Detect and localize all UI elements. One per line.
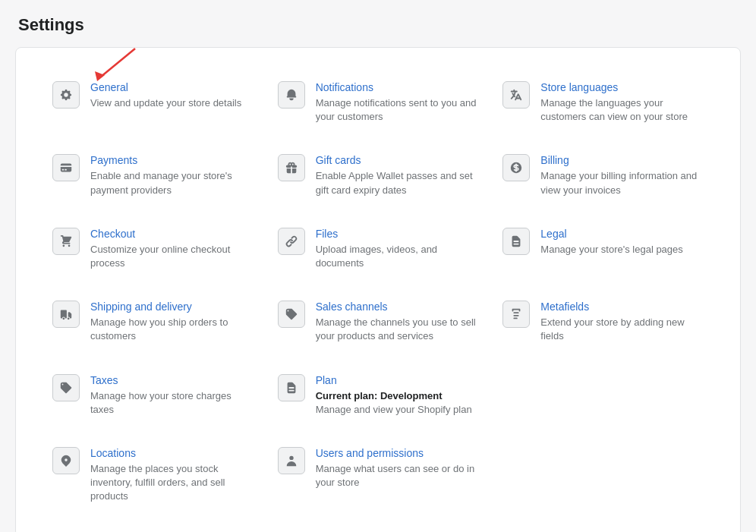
taxes-title[interactable]: Taxes bbox=[90, 374, 254, 386]
settings-card: GeneralView and update your store detail… bbox=[15, 47, 741, 532]
store-languages-desc: Manage the languages your customers can … bbox=[540, 96, 704, 124]
users-icon bbox=[278, 447, 305, 474]
legal-desc: Manage your store's legal pages bbox=[540, 243, 704, 257]
general-content: GeneralView and update your store detail… bbox=[90, 81, 254, 110]
settings-item-billing[interactable]: BillingManage your billing information a… bbox=[490, 139, 716, 212]
sales-channels-desc: Manage the channels you use to sell your… bbox=[316, 316, 479, 343]
store-languages-content: Store languagesManage the languages your… bbox=[540, 81, 704, 124]
settings-item-locations[interactable]: LocationsManage the places you stock inv… bbox=[40, 432, 266, 519]
store-languages-title[interactable]: Store languages bbox=[540, 81, 704, 93]
settings-item-empty bbox=[490, 359, 716, 432]
sales-channels-icon bbox=[278, 301, 305, 328]
settings-item-metafields[interactable]: MetafieldsExtend your store by adding ne… bbox=[490, 285, 716, 358]
taxes-content: TaxesManage how your store charges taxes bbox=[90, 374, 254, 417]
locations-content: LocationsManage the places you stock inv… bbox=[90, 447, 254, 504]
general-title[interactable]: General bbox=[90, 81, 254, 93]
files-content: FilesUpload images, videos, and document… bbox=[316, 228, 479, 270]
settings-item-empty bbox=[490, 432, 716, 519]
sales-channels-title[interactable]: Sales channels bbox=[316, 301, 479, 313]
shipping-title[interactable]: Shipping and delivery bbox=[90, 301, 254, 313]
checkout-title[interactable]: Checkout bbox=[90, 228, 254, 240]
billing-desc: Manage your billing information and view… bbox=[540, 169, 704, 197]
notifications-title[interactable]: Notifications bbox=[316, 81, 479, 93]
checkout-content: CheckoutCustomize your online checkout p… bbox=[90, 228, 254, 270]
settings-item-taxes[interactable]: TaxesManage how your store charges taxes bbox=[40, 359, 266, 432]
billing-icon bbox=[502, 154, 530, 181]
gift-cards-icon bbox=[278, 154, 305, 181]
settings-grid: GeneralView and update your store detail… bbox=[40, 66, 716, 518]
settings-item-files[interactable]: FilesUpload images, videos, and document… bbox=[266, 212, 491, 285]
settings-item-store-languages[interactable]: Store languagesManage the languages your… bbox=[490, 66, 716, 139]
payments-content: PaymentsEnable and manage your store's p… bbox=[90, 154, 254, 197]
shipping-icon bbox=[52, 301, 80, 328]
gift-cards-content: Gift cardsEnable Apple Wallet passes and… bbox=[316, 154, 479, 197]
files-desc: Upload images, videos, and documents bbox=[316, 243, 479, 270]
metafields-content: MetafieldsExtend your store by adding ne… bbox=[540, 301, 704, 343]
users-title[interactable]: Users and permissions bbox=[316, 447, 479, 459]
notifications-content: NotificationsManage notifications sent t… bbox=[316, 81, 479, 124]
metafields-icon bbox=[502, 301, 530, 328]
settings-item-plan[interactable]: PlanCurrent plan: DevelopmentManage and … bbox=[266, 359, 491, 432]
plan-content: PlanCurrent plan: DevelopmentManage and … bbox=[316, 374, 479, 417]
sales-channels-content: Sales channelsManage the channels you us… bbox=[316, 301, 479, 343]
taxes-icon bbox=[52, 374, 80, 401]
checkout-icon bbox=[52, 228, 80, 255]
files-title[interactable]: Files bbox=[316, 228, 479, 240]
files-icon bbox=[278, 228, 305, 255]
settings-item-gift-cards[interactable]: Gift cardsEnable Apple Wallet passes and… bbox=[266, 139, 491, 212]
gift-cards-desc: Enable Apple Wallet passes and set gift … bbox=[316, 169, 479, 197]
plan-icon bbox=[278, 374, 305, 401]
notifications-icon bbox=[278, 81, 305, 109]
billing-content: BillingManage your billing information a… bbox=[540, 154, 704, 197]
legal-title[interactable]: Legal bbox=[540, 228, 704, 240]
page-title: Settings bbox=[15, 15, 741, 35]
gift-cards-title[interactable]: Gift cards bbox=[316, 154, 479, 166]
settings-item-legal[interactable]: LegalManage your store's legal pages bbox=[490, 212, 716, 285]
settings-item-general[interactable]: GeneralView and update your store detail… bbox=[40, 66, 266, 139]
payments-desc: Enable and manage your store's payment p… bbox=[90, 169, 254, 197]
legal-icon bbox=[502, 228, 530, 255]
payments-icon bbox=[52, 154, 80, 181]
metafields-desc: Extend your store by adding new fields bbox=[540, 316, 704, 343]
metafields-title[interactable]: Metafields bbox=[540, 301, 704, 313]
payments-title[interactable]: Payments bbox=[90, 154, 254, 166]
legal-content: LegalManage your store's legal pages bbox=[540, 228, 704, 257]
settings-item-checkout[interactable]: CheckoutCustomize your online checkout p… bbox=[40, 212, 266, 285]
shipping-content: Shipping and deliveryManage how you ship… bbox=[90, 301, 254, 343]
store-languages-icon bbox=[502, 81, 530, 109]
shipping-desc: Manage how you ship orders to customers bbox=[90, 316, 254, 343]
plan-title[interactable]: Plan bbox=[316, 374, 479, 386]
locations-icon bbox=[52, 447, 80, 474]
settings-item-shipping[interactable]: Shipping and deliveryManage how you ship… bbox=[40, 285, 266, 358]
billing-title[interactable]: Billing bbox=[540, 154, 704, 166]
locations-desc: Manage the places you stock inventory, f… bbox=[90, 462, 254, 504]
settings-item-sales-channels[interactable]: Sales channelsManage the channels you us… bbox=[266, 285, 491, 358]
plan-desc: Current plan: DevelopmentManage and view… bbox=[316, 389, 479, 417]
general-desc: View and update your store details bbox=[90, 96, 254, 110]
settings-item-notifications[interactable]: NotificationsManage notifications sent t… bbox=[266, 66, 491, 139]
settings-item-users[interactable]: Users and permissionsManage what users c… bbox=[266, 432, 491, 519]
users-desc: Manage what users can see or do in your … bbox=[316, 462, 479, 490]
locations-title[interactable]: Locations bbox=[90, 447, 254, 459]
users-content: Users and permissionsManage what users c… bbox=[316, 447, 479, 490]
taxes-desc: Manage how your store charges taxes bbox=[90, 389, 254, 417]
notifications-desc: Manage notifications sent to you and you… bbox=[316, 96, 479, 124]
settings-item-payments[interactable]: PaymentsEnable and manage your store's p… bbox=[40, 139, 266, 212]
checkout-desc: Customize your online checkout process bbox=[90, 243, 254, 270]
general-icon bbox=[52, 81, 80, 109]
